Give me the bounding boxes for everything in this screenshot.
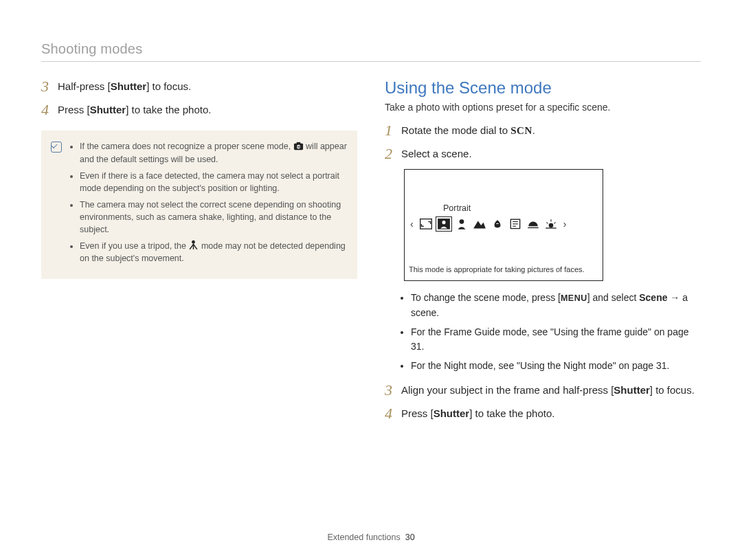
scene-description: This mode is appropriate for taking pict… bbox=[405, 263, 603, 280]
sub-bullet-list: To change the scene mode, press [MENU] a… bbox=[385, 291, 701, 373]
dawn-icon bbox=[544, 218, 558, 230]
svg-line-19 bbox=[546, 223, 548, 224]
svg-line-6 bbox=[190, 245, 194, 250]
chevron-right-icon: › bbox=[562, 219, 568, 229]
svg-point-17 bbox=[548, 223, 553, 228]
landscape-icon bbox=[473, 218, 486, 230]
note-item: Even if you use a tripod, the mode may n… bbox=[80, 240, 348, 265]
note-list: If the camera does not recognize a prope… bbox=[69, 140, 348, 269]
breadcrumb: Shooting modes bbox=[41, 41, 701, 57]
step-3: 3 Half-press [Shutter] to focus. bbox=[41, 78, 357, 95]
step-number: 4 bbox=[385, 405, 401, 422]
step-text: Align your subject in the frame and half… bbox=[401, 382, 695, 399]
step-text: Press [Shutter] to take the photo. bbox=[401, 405, 554, 422]
scene-name-label: Portrait bbox=[405, 201, 603, 215]
right-column: Using the Scene mode Take a photo with o… bbox=[385, 78, 701, 429]
step-1: 1 Rotate the mode dial to SCN. bbox=[385, 122, 701, 139]
svg-rect-1 bbox=[296, 142, 300, 144]
note-item: If the camera does not recognize a prope… bbox=[80, 140, 348, 165]
step-text: Press [Shutter] to take the photo. bbox=[58, 102, 211, 118]
step-text: Select a scene. bbox=[401, 146, 472, 162]
note-box: If the camera does not recognize a prope… bbox=[41, 131, 357, 278]
note-item: Even if there is a face detected, the ca… bbox=[80, 170, 348, 194]
section-title: Using the Scene mode bbox=[385, 78, 701, 98]
step-2: 2 Select a scene. bbox=[385, 146, 701, 162]
svg-rect-8 bbox=[420, 219, 431, 229]
note-check-icon bbox=[51, 142, 62, 153]
note-item: The camera may not select the correct sc… bbox=[80, 199, 348, 236]
step-number: 2 bbox=[385, 146, 401, 162]
list-item: For the Night mode, see "Using the Night… bbox=[411, 359, 701, 374]
step-number: 3 bbox=[41, 78, 58, 95]
step-4: 4 Press [Shutter] to take the photo. bbox=[41, 102, 357, 118]
step-number: 1 bbox=[385, 122, 401, 139]
step-3: 3 Align your subject in the frame and ha… bbox=[385, 382, 701, 399]
svg-point-4 bbox=[192, 240, 196, 244]
step-number: 4 bbox=[41, 102, 58, 118]
section-subtitle: Take a photo with options preset for a s… bbox=[385, 102, 701, 113]
two-column-layout: 3 Half-press [Shutter] to focus. 4 Press… bbox=[41, 78, 701, 429]
scn-mode-label: SCN bbox=[510, 125, 532, 136]
list-item: To change the scene mode, press [MENU] a… bbox=[411, 291, 701, 320]
page-footer: Extended functions 30 bbox=[0, 533, 742, 542]
step-4: 4 Press [Shutter] to take the photo. bbox=[385, 405, 701, 422]
page-number: 30 bbox=[405, 533, 415, 542]
screen-top-area bbox=[405, 170, 603, 201]
footer-section: Extended functions bbox=[327, 533, 400, 542]
portrait-icon bbox=[437, 218, 451, 230]
sunset-icon bbox=[526, 218, 540, 230]
step-text: Half-press [Shutter] to focus. bbox=[58, 78, 191, 95]
screen-mid-area bbox=[405, 234, 603, 263]
step-number: 3 bbox=[385, 382, 401, 399]
closeup-icon bbox=[491, 218, 504, 230]
frame-guide-icon bbox=[419, 218, 433, 230]
camera-screen-illustration: Portrait ‹ › This mode is appropriate fo… bbox=[404, 169, 603, 281]
children-icon bbox=[455, 218, 469, 230]
divider bbox=[41, 61, 701, 62]
left-column: 3 Half-press [Shutter] to focus. 4 Press… bbox=[41, 78, 357, 429]
manual-page: Shooting modes 3 Half-press [Shutter] to… bbox=[0, 0, 742, 560]
list-item: For the Frame Guide mode, see "Using the… bbox=[411, 325, 701, 355]
svg-point-10 bbox=[442, 221, 445, 225]
text-icon bbox=[508, 218, 522, 230]
smart-auto-icon: SMART bbox=[293, 142, 304, 150]
svg-line-20 bbox=[554, 223, 555, 224]
menu-button-label: MENU bbox=[561, 293, 587, 303]
svg-text:SMART: SMART bbox=[293, 146, 303, 149]
chevron-left-icon: ‹ bbox=[409, 219, 415, 229]
tripod-icon bbox=[188, 240, 199, 249]
svg-line-7 bbox=[194, 245, 197, 250]
step-text: Rotate the mode dial to SCN. bbox=[401, 122, 535, 139]
svg-point-11 bbox=[459, 220, 464, 225]
scene-icon-strip: ‹ › bbox=[405, 215, 603, 234]
